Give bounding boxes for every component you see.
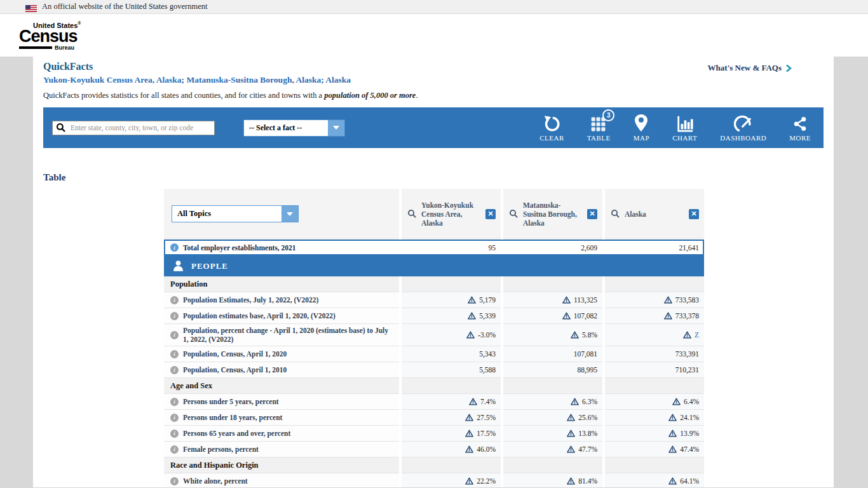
value-cell: 21,641 [605,240,704,255]
value-cell: 22.2% [402,473,501,487]
table-heading: Table [43,172,824,183]
value-cell: 5.8% [503,324,602,346]
table-row: iPersons under 5 years, percent7.4%6.3%6… [164,394,704,410]
row-label: Population Estimates, July 1, 2022, (V20… [183,295,318,304]
value-cell: 710,231 [605,362,704,378]
row-label-cell: iPopulation, percent change - April 1, 2… [164,324,399,346]
warning-triangle-icon[interactable] [668,414,677,421]
info-icon[interactable]: i [170,477,179,485]
warning-triangle-icon[interactable] [465,477,473,485]
warning-triangle-icon[interactable] [571,398,579,405]
row-label-cell: iPersons under 5 years, percent [164,394,399,410]
value-cell [503,276,602,292]
close-icon[interactable]: ✕ [485,209,496,219]
row-label-cell: iPersons 65 years and over, percent [164,426,399,442]
info-icon[interactable]: i [170,296,179,304]
table-row: iPopulation, Census, April 1, 20205,3431… [164,346,704,362]
warning-triangle-icon[interactable] [567,414,575,421]
search-input[interactable] [69,121,214,135]
info-icon[interactable]: i [170,366,179,374]
value-cell [402,378,501,394]
selected-geographies: Yukon-Koyukuk Census Area, Alaska; Matan… [43,75,824,85]
cell-value: 5,588 [479,366,496,374]
table-header-row: All Topics Yukon-Koyukuk Census Area, Al… [164,189,704,240]
table-button[interactable]: 3TABLE [587,114,611,142]
value-cell: 5,588 [402,362,501,378]
info-icon[interactable]: i [170,350,179,358]
info-icon[interactable]: i [170,398,179,406]
row-label: Population, percent change - April 1, 20… [183,326,394,344]
cell-value: 733,378 [675,312,699,320]
cell-value: 2,609 [581,244,597,252]
cell-value: 733,583 [675,296,699,304]
warning-triangle-icon[interactable] [664,312,672,320]
whats-new-link[interactable]: What's New & FAQs [708,63,792,73]
info-icon[interactable]: i [170,312,179,320]
warning-triangle-icon[interactable] [683,331,691,339]
section-banner[interactable]: PEOPLE [164,255,704,276]
info-icon[interactable]: i [170,445,179,454]
chevron-down-icon [287,212,293,216]
warning-triangle-icon[interactable] [668,445,677,453]
warning-triangle-icon[interactable] [672,398,681,405]
warning-triangle-icon[interactable] [465,414,473,421]
value-cell: 6.4% [605,394,704,410]
table-button-label: TABLE [587,134,611,142]
cell-value: 95 [489,244,496,252]
value-footnote-link[interactable]: Z [695,331,699,339]
warning-triangle-icon[interactable] [664,296,672,304]
dashboard-button[interactable]: DASHBOARD [720,114,766,142]
warning-triangle-icon[interactable] [469,398,477,405]
cell-value: 7.4% [480,398,496,405]
warning-triangle-icon[interactable] [668,430,677,437]
info-icon[interactable]: i [170,331,179,339]
gauge-icon [734,115,753,133]
info-icon[interactable]: i [170,430,179,438]
warning-triangle-icon[interactable] [567,477,575,485]
warning-triangle-icon[interactable] [567,445,575,453]
close-icon[interactable]: ✕ [689,209,699,219]
warning-triangle-icon[interactable] [465,430,473,437]
warning-triangle-icon[interactable] [571,331,579,339]
value-cell: 5,339 [402,308,501,324]
close-icon[interactable]: ✕ [587,209,597,219]
fact-select-arrow-button[interactable] [328,120,344,136]
cell-value: 710,231 [675,366,699,374]
warning-triangle-icon[interactable] [562,296,571,304]
value-cell: 88,995 [503,362,602,378]
warning-triangle-icon[interactable] [668,477,677,485]
census-bureau-logo[interactable]: United States® Census Bureau [19,20,89,51]
info-icon[interactable]: i [170,243,179,252]
map-button-label: MAP [634,134,649,142]
search-icon[interactable] [407,209,417,219]
warning-triangle-icon[interactable] [562,312,571,320]
search-icon[interactable] [509,209,519,219]
chart-button[interactable]: CHART [672,114,697,142]
warning-triangle-icon[interactable] [466,331,475,339]
warning-triangle-icon[interactable] [468,312,476,320]
cell-value: 5,339 [479,312,496,320]
search-icon[interactable] [611,209,620,219]
topics-dropdown-arrow-button[interactable] [281,206,298,222]
toolbar-actions: CLEAR3TABLEMAPCHARTDASHBOARDMORE [539,114,815,142]
value-cell: 107,081 [503,346,602,362]
page-title: QuickFacts [43,60,93,72]
row-label-cell: iWhite alone, percent [164,473,399,487]
warning-triangle-icon[interactable] [567,430,575,437]
warning-triangle-icon[interactable] [468,296,476,304]
row-label: White alone, percent [183,477,248,485]
clear-button[interactable]: CLEAR [539,114,564,142]
map-button[interactable]: MAP [634,114,649,142]
table-row: iTotal employer establishments, 2021952,… [164,240,704,255]
topics-dropdown[interactable]: All Topics [172,205,299,222]
table-row: iPersons under 18 years, percent27.5%25.… [164,410,704,426]
info-icon[interactable]: i [170,414,179,422]
more-button[interactable]: MORE [789,114,811,142]
cell-value: 107,082 [574,312,597,320]
geo-column-name: Alaska [625,210,684,219]
fact-select[interactable]: -- Select a fact -- [243,119,345,137]
table-row: iPopulation, Census, April 1, 20105,5888… [164,362,704,378]
value-cell: 64.1% [605,473,704,487]
geography-search[interactable] [52,121,215,135]
warning-triangle-icon[interactable] [465,445,473,453]
